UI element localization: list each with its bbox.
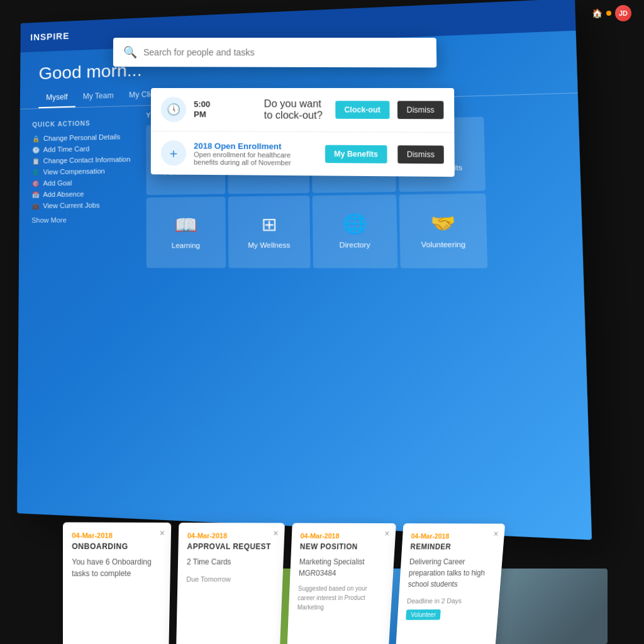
clockout-dialog: 🕔 5:00PM Do you want to clock-out? Clock…: [151, 88, 455, 177]
app-tile-learning[interactable]: 📖 Learning: [147, 197, 226, 269]
sidebar-item-current-jobs[interactable]: 💼 View Current Jobs: [31, 199, 133, 211]
card-date: 04-Mar-2018: [72, 531, 162, 540]
plus-icon: ＋: [167, 145, 180, 162]
app-tile-label: My Wellness: [248, 241, 290, 250]
card-extra: Suggested based on your career interest …: [297, 584, 384, 612]
card-type: NEW POSITION: [300, 542, 387, 551]
card-reminder: × 04-Mar-2018 REMINDER Delivering Career…: [395, 523, 505, 644]
directory-icon: 🌐: [342, 213, 367, 235]
clock-content: 5:00PM: [194, 99, 257, 119]
sidebar-item-add-goal[interactable]: 🎯 Add Goal: [32, 176, 133, 189]
quick-actions-title: QUICK ACTIONS: [32, 119, 133, 128]
card-body: 2 Time Cards: [187, 556, 275, 567]
card-close-approval[interactable]: ×: [273, 528, 279, 538]
benefits-button[interactable]: My Benefits: [325, 145, 387, 164]
card-date: 04-Mar-2018: [300, 532, 387, 540]
app-tile-label: Volunteering: [421, 240, 465, 250]
card-footer: Deadline in 2 Days: [407, 597, 491, 604]
card-close-reminder[interactable]: ×: [493, 529, 499, 539]
app-tile-label: Learning: [172, 241, 200, 250]
sidebar-item-label: Add Absence: [43, 190, 84, 198]
card-type: REMINDER: [410, 542, 496, 551]
clock-question: Do you want to clock-out?: [264, 98, 328, 121]
learning-icon: 📖: [174, 214, 197, 236]
sidebar-item-label: View Current Jobs: [43, 201, 99, 209]
clockout-button[interactable]: Clock-out: [335, 101, 390, 119]
home-icon[interactable]: 🏠: [592, 8, 602, 18]
dollar-icon: 💲: [32, 169, 40, 175]
app-tile-volunteering[interactable]: 🤝 Volunteering: [399, 194, 488, 269]
calendar-icon: 📅: [32, 191, 40, 198]
enrollment-title: 2018 Open Enrollment: [194, 141, 317, 151]
briefcase-icon: 💼: [31, 203, 39, 209]
target-icon: 🎯: [32, 180, 40, 187]
lock-icon: 🔒: [32, 135, 40, 142]
enrollment-row: ＋ 2018 Open Enrollment Open enrollment f…: [151, 131, 455, 177]
show-more-link[interactable]: Show More: [31, 216, 133, 224]
sidebar-item-label: View Compensation: [43, 167, 105, 176]
card-new-position: × 04-Mar-2018 NEW POSITION Marketing Spe…: [287, 523, 396, 644]
enrollment-text: 2018 Open Enrollment Open enrollment for…: [194, 141, 317, 167]
volunteer-icon: 🤝: [430, 213, 455, 235]
card-body: Marketing Specialist MGR03484: [299, 556, 386, 579]
search-icon: 🔍: [123, 45, 137, 59]
notification-dot: [606, 11, 611, 16]
sidebar-item-label: Add Goal: [43, 179, 72, 187]
sidebar-item-label: Change Contact Information: [43, 155, 131, 165]
clockout-row: 🕔 5:00PM Do you want to clock-out? Clock…: [151, 88, 455, 133]
clockout-dismiss-button[interactable]: Dismiss: [397, 101, 444, 119]
card-body: You have 6 Onboarding tasks to complete: [72, 556, 162, 579]
app-tile-my-wellness[interactable]: ⊞ My Wellness: [228, 196, 311, 268]
sidebar-item-label: Add Time Card: [43, 145, 89, 153]
card-footer: Due Tomorrow: [186, 575, 274, 583]
enrollment-dismiss-button[interactable]: Dismiss: [397, 145, 444, 164]
tab-myteam[interactable]: My Team: [75, 87, 121, 108]
clipboard-icon: 📋: [32, 157, 40, 164]
app-tile-directory[interactable]: 🌐 Directory: [313, 194, 398, 268]
cards-section: × 04-Mar-2018 ONBOARDING You have 6 Onbo…: [63, 522, 505, 644]
wellness-icon: ⊞: [261, 214, 277, 235]
app-container: iNSPiRE Good morn... Myself My Team My C…: [17, 0, 592, 540]
clock-icon: 🕐: [32, 147, 40, 153]
card-date: 04-Mar-2018: [411, 532, 496, 540]
card-approval-request: × 04-Mar-2018 APPROVAL REQUEST 2 Time Ca…: [176, 523, 285, 644]
app-tile-label: Directory: [339, 240, 370, 250]
search-input[interactable]: [143, 47, 426, 58]
avatar[interactable]: JD: [615, 5, 631, 21]
card-onboarding: × 04-Mar-2018 ONBOARDING You have 6 Onbo…: [63, 522, 171, 644]
card-close-position[interactable]: ×: [384, 528, 390, 538]
sidebar-item-label: Change Personal Details: [43, 133, 120, 142]
clock-time: 5:00PM: [194, 99, 257, 119]
sidebar: QUICK ACTIONS 🔒 Change Personal Details …: [31, 113, 133, 268]
card-date: 04-Mar-2018: [187, 531, 276, 540]
clock-icon: 🕔: [167, 103, 180, 116]
clock-icon-box: 🕔: [161, 97, 186, 122]
card-tag[interactable]: Volunteer: [406, 609, 441, 620]
app-logo: iNSPiRE: [30, 31, 69, 42]
card-type: ONBOARDING: [72, 542, 162, 552]
user-area: 🏠 JD: [592, 5, 631, 21]
enrollment-desc: Open enrollment for healthcare benefits …: [194, 150, 317, 167]
card-type: APPROVAL REQUEST: [187, 542, 275, 551]
search-overlay: 🔍: [113, 38, 436, 67]
card-close-onboarding[interactable]: ×: [160, 528, 165, 538]
sidebar-item-add-absence[interactable]: 📅 Add Absence: [32, 187, 133, 200]
tab-myself[interactable]: Myself: [38, 89, 75, 108]
card-body: Delivering Career preparation talks to h…: [408, 556, 494, 590]
plus-icon-box: ＋: [161, 140, 186, 165]
